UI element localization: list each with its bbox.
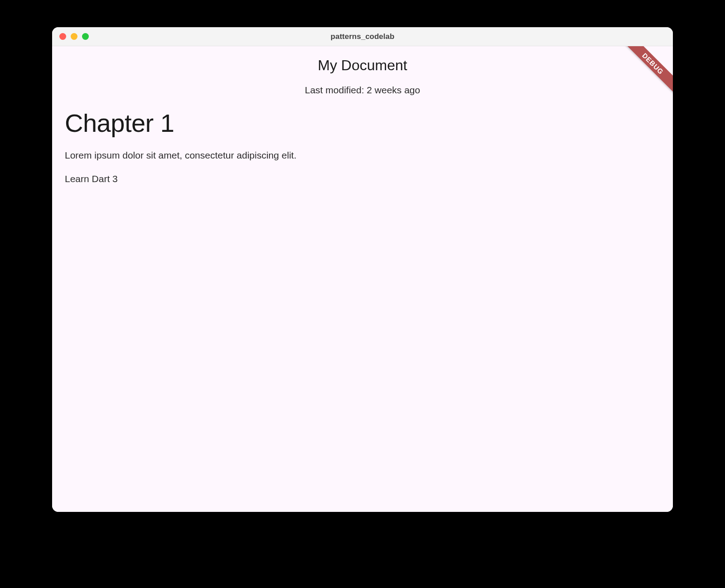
- close-button[interactable]: [59, 33, 66, 40]
- window-title: patterns_codelab: [52, 32, 673, 41]
- app-content: DEBUG My Document Last modified: 2 weeks…: [52, 46, 673, 512]
- last-modified-label: Last modified: 2 weeks ago: [52, 85, 673, 96]
- chapter-heading: Chapter 1: [65, 109, 660, 137]
- document-title: My Document: [52, 57, 673, 74]
- app-window: patterns_codelab DEBUG My Document Last …: [52, 27, 673, 512]
- document-header: My Document Last modified: 2 weeks ago: [52, 46, 673, 96]
- document-body: Chapter 1 Lorem ipsum dolor sit amet, co…: [52, 96, 673, 184]
- traffic-lights: [52, 33, 89, 40]
- minimize-button[interactable]: [71, 33, 77, 40]
- paragraph-text: Lorem ipsum dolor sit amet, consectetur …: [65, 150, 660, 161]
- maximize-button[interactable]: [82, 33, 89, 40]
- paragraph-text-2: Learn Dart 3: [65, 174, 660, 184]
- titlebar: patterns_codelab: [52, 27, 673, 46]
